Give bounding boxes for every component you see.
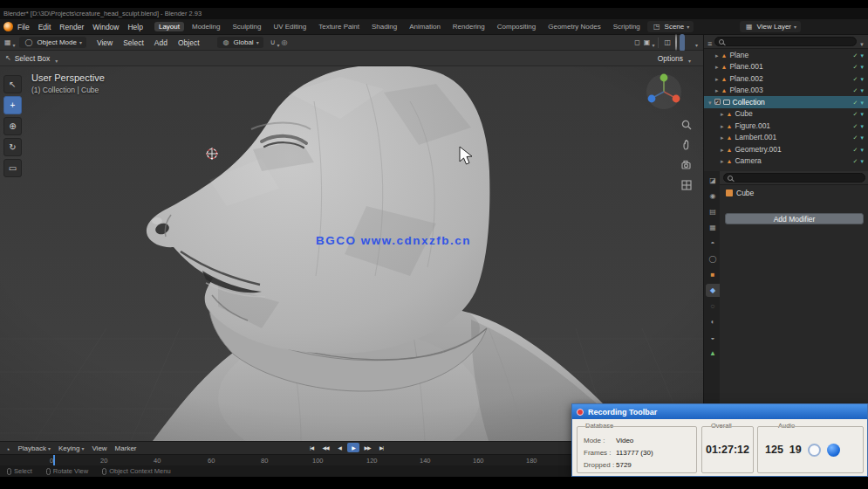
expand-icon[interactable] <box>721 133 724 141</box>
jump-to-end-button[interactable] <box>375 443 387 452</box>
visibility-check-icon[interactable] <box>853 98 858 107</box>
tab-view-layer[interactable]: ▦ <box>706 221 720 234</box>
render-toggle-icon[interactable] <box>860 62 864 71</box>
active-tool-dropdown[interactable]: Select Box <box>13 54 56 63</box>
render-toggle-icon[interactable] <box>860 74 864 83</box>
viewport-3d-canvas[interactable] <box>0 66 703 441</box>
outliner-row[interactable]: Plane <box>704 49 868 61</box>
workspace-tab-geometry-nodes[interactable]: Geometry Nodes <box>543 22 605 31</box>
render-toggle-icon[interactable] <box>860 98 864 107</box>
gizmo-z-axis[interactable] <box>648 95 656 103</box>
expand-icon[interactable] <box>721 109 724 118</box>
filter-icon[interactable] <box>859 34 865 50</box>
render-toggle-icon[interactable] <box>860 156 864 165</box>
show-gizmo-icon[interactable]: ◻ <box>632 38 642 46</box>
outliner-row[interactable]: Cube <box>704 108 868 121</box>
proportional-editing-icon[interactable]: ◎ <box>280 38 290 46</box>
tab-output[interactable]: ▤ <box>706 205 720 218</box>
expand-icon[interactable] <box>721 145 724 154</box>
expand-icon[interactable] <box>715 51 719 59</box>
tab-tool[interactable]: ◪ <box>706 174 720 187</box>
collection-checkbox[interactable] <box>714 99 721 105</box>
properties-search-input[interactable] <box>723 173 865 183</box>
visibility-check-icon[interactable] <box>853 62 858 71</box>
viewport-3d[interactable]: User Perspective (1) Collection | Cube B… <box>0 66 703 441</box>
pan-hand-icon[interactable] <box>679 137 694 152</box>
visibility-check-icon[interactable] <box>853 86 858 94</box>
shading-wireframe-button[interactable] <box>673 34 680 52</box>
menu-object[interactable]: Object <box>173 38 205 47</box>
expand-icon[interactable] <box>721 121 724 130</box>
blender-logo-icon[interactable] <box>3 22 13 31</box>
mode-dropdown[interactable]: ◯ Object Mode <box>19 37 86 48</box>
recording-dialog-titlebar[interactable]: Recording Toolbar <box>572 404 867 419</box>
add-modifier-button[interactable]: Add Modifier <box>725 213 864 224</box>
xray-toggle-icon[interactable]: ◫ <box>662 38 673 46</box>
play-button[interactable] <box>347 443 359 452</box>
show-overlays-icon[interactable]: ▣ <box>642 38 653 46</box>
menu-file[interactable]: File <box>13 23 34 31</box>
workspace-tab-sculpting[interactable]: Sculpting <box>228 22 265 31</box>
tool-cursor-button[interactable]: + <box>3 96 22 114</box>
workspace-tab-compositing[interactable]: Compositing <box>493 22 540 31</box>
render-toggle-icon[interactable] <box>860 133 864 141</box>
tab-constraints[interactable]: ◒ <box>706 331 720 344</box>
workspace-tab-layout[interactable]: Layout <box>154 22 184 31</box>
zoom-icon[interactable] <box>679 117 694 132</box>
visibility-check-icon[interactable] <box>853 51 858 59</box>
tab-physics[interactable]: ◐ <box>706 315 720 328</box>
gizmo-y-axis[interactable] <box>660 74 668 82</box>
tab-object-data[interactable]: ▲ <box>706 347 720 360</box>
timeline-menu-keying[interactable]: Keying <box>58 444 84 452</box>
outliner-row[interactable]: Plane.003 <box>704 85 868 97</box>
expand-icon[interactable] <box>715 86 719 94</box>
tab-world[interactable]: ◯ <box>706 252 720 265</box>
tab-object[interactable]: ■ <box>706 268 720 281</box>
next-keyframe-button[interactable] <box>361 443 373 452</box>
menu-add[interactable]: Add <box>149 38 173 47</box>
record-button[interactable] <box>827 444 840 457</box>
tool-scale-button[interactable]: ▭ <box>3 159 22 177</box>
editor-type-icon[interactable]: ▦ <box>3 38 13 46</box>
visibility-check-icon[interactable] <box>853 121 858 130</box>
outliner-menu-icon[interactable] <box>707 34 712 50</box>
outliner-row[interactable]: Lambert.001 <box>704 132 868 144</box>
timeline-menu-marker[interactable]: Marker <box>115 444 137 452</box>
gizmo-x-axis[interactable] <box>673 95 680 103</box>
menu-edit[interactable]: Edit <box>34 23 56 31</box>
menu-view[interactable]: View <box>92 38 118 47</box>
timeline-menu-view[interactable]: View <box>92 444 106 452</box>
workspace-tab-rendering[interactable]: Rendering <box>448 22 489 31</box>
outliner-row[interactable]: Camera <box>704 155 868 168</box>
outliner-row-selected[interactable]: Collection <box>704 96 868 108</box>
outliner-row[interactable]: Geometry.001 <box>704 143 868 155</box>
snap-magnet-icon[interactable]: ∪ <box>269 38 277 46</box>
transform-orientation-dropdown[interactable]: ◍ Global <box>217 37 263 48</box>
expand-icon[interactable] <box>715 62 719 71</box>
recording-toolbar-dialog[interactable]: Recording Toolbar Database Mode Video Fr… <box>571 403 868 477</box>
visibility-check-icon[interactable] <box>853 74 858 83</box>
navigation-gizmo[interactable] <box>644 72 684 112</box>
tab-scene[interactable]: ◓ <box>706 237 720 250</box>
render-toggle-icon[interactable] <box>860 86 864 94</box>
render-toggle-icon[interactable] <box>860 145 864 154</box>
tab-modifiers[interactable]: ◆ <box>706 284 720 297</box>
tool-move-button[interactable]: ⊕ <box>3 117 22 135</box>
workspace-tab-scripting[interactable]: Scripting <box>609 22 645 31</box>
workspace-tab-animation[interactable]: Animation <box>405 22 445 31</box>
scene-selector[interactable]: ◳ Scene <box>647 21 694 32</box>
camera-view-icon[interactable] <box>679 157 694 172</box>
expand-icon[interactable] <box>721 156 724 165</box>
view-layer-selector[interactable]: ▦ View Layer <box>740 21 801 32</box>
collapse-icon[interactable] <box>708 98 712 107</box>
visibility-check-icon[interactable] <box>853 133 858 141</box>
outliner-row[interactable]: Plane.001 <box>704 61 868 73</box>
visibility-check-icon[interactable] <box>853 156 858 165</box>
timeline-menu-playback[interactable]: Playback <box>17 444 50 452</box>
play-reverse-button[interactable] <box>333 443 345 452</box>
workspace-tab-shading[interactable]: Shading <box>367 22 401 31</box>
orthographic-toggle-icon[interactable] <box>679 177 694 192</box>
visibility-check-icon[interactable] <box>853 145 858 154</box>
menu-help[interactable]: Help <box>123 23 147 31</box>
visibility-check-icon[interactable] <box>853 109 858 118</box>
